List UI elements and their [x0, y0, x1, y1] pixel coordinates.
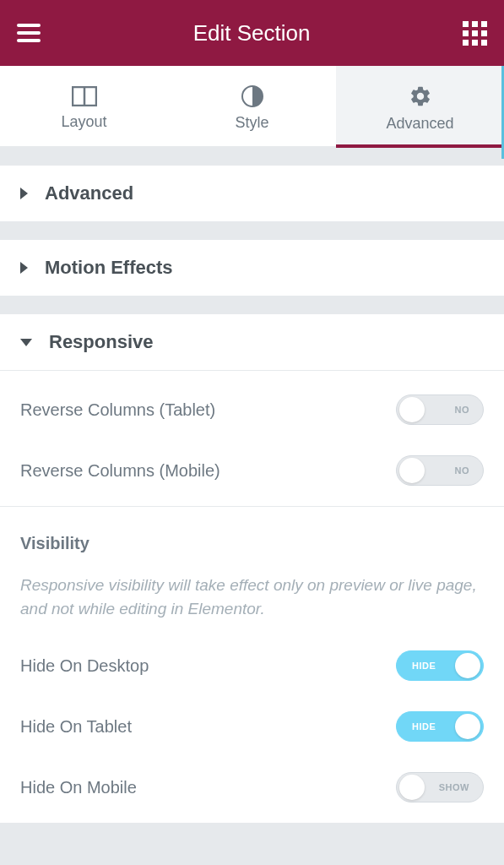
tab-label: Style: [235, 114, 268, 132]
accordion-advanced: Advanced: [0, 165, 504, 222]
menu-icon[interactable]: [17, 24, 41, 42]
columns-icon: [72, 86, 97, 106]
control-reverse-mobile: Reverse Columns (Mobile) NO: [20, 455, 484, 486]
visibility-description: Responsive visibility will take effect o…: [20, 574, 484, 620]
accordion-header-motion[interactable]: Motion Effects: [0, 240, 504, 296]
tab-style[interactable]: Style: [168, 66, 336, 146]
contrast-icon: [241, 85, 263, 107]
toggle-text: NO: [455, 405, 470, 415]
chevron-right-icon: [20, 188, 28, 199]
toggle-hide-desktop[interactable]: HIDE: [396, 650, 484, 681]
apps-icon[interactable]: [463, 21, 487, 46]
accordion-title: Advanced: [45, 182, 133, 204]
tab-advanced[interactable]: Advanced: [336, 66, 504, 146]
accordion-responsive: Responsive Reverse Columns (Tablet) NO R…: [0, 313, 504, 823]
accordion-title: Motion Effects: [45, 257, 173, 279]
accordion-header-advanced[interactable]: Advanced: [0, 166, 504, 221]
toggle-knob: [455, 714, 480, 739]
toggle-text: NO: [455, 465, 470, 476]
control-label: Reverse Columns (Tablet): [20, 400, 215, 420]
toggle-reverse-mobile[interactable]: NO: [396, 455, 484, 486]
accordion-motion: Motion Effects: [0, 239, 504, 296]
panel-title: Edit Section: [193, 20, 311, 46]
toggle-text: HIDE: [412, 721, 436, 732]
responsive-panel: Reverse Columns (Tablet) NO Reverse Colu…: [0, 370, 504, 506]
toggle-knob: [399, 397, 425, 422]
toggle-reverse-tablet[interactable]: NO: [396, 394, 484, 425]
gear-icon: [409, 84, 432, 108]
toggle-text: SHOW: [439, 782, 469, 792]
control-label: Hide On Mobile: [20, 778, 137, 797]
toggle-hide-tablet[interactable]: HIDE: [396, 711, 484, 742]
control-label: Hide On Tablet: [20, 717, 132, 737]
toggle-knob: [399, 458, 425, 483]
visibility-panel: Visibility Responsive visibility will ta…: [0, 506, 504, 823]
tab-label: Advanced: [386, 115, 453, 133]
accordion-header-responsive[interactable]: Responsive: [0, 314, 504, 370]
control-hide-desktop: Hide On Desktop HIDE: [20, 650, 484, 681]
panel-header: Edit Section: [0, 0, 504, 66]
control-hide-mobile: Hide On Mobile SHOW: [20, 772, 484, 802]
control-label: Reverse Columns (Mobile): [20, 461, 220, 481]
toggle-knob: [455, 653, 480, 678]
control-label: Hide On Desktop: [20, 656, 149, 676]
toggle-knob: [399, 775, 425, 800]
toggle-hide-mobile[interactable]: SHOW: [396, 772, 484, 802]
control-reverse-tablet: Reverse Columns (Tablet) NO: [20, 394, 484, 425]
accordion-title: Responsive: [49, 331, 154, 353]
tab-label: Layout: [61, 113, 106, 131]
tab-layout[interactable]: Layout: [0, 66, 168, 146]
control-hide-tablet: Hide On Tablet HIDE: [20, 711, 484, 742]
tabs: Layout Style Advanced: [0, 66, 504, 148]
visibility-title: Visibility: [20, 534, 484, 553]
toggle-text: HIDE: [412, 661, 436, 671]
chevron-down-icon: [20, 339, 32, 346]
chevron-right-icon: [20, 262, 28, 274]
